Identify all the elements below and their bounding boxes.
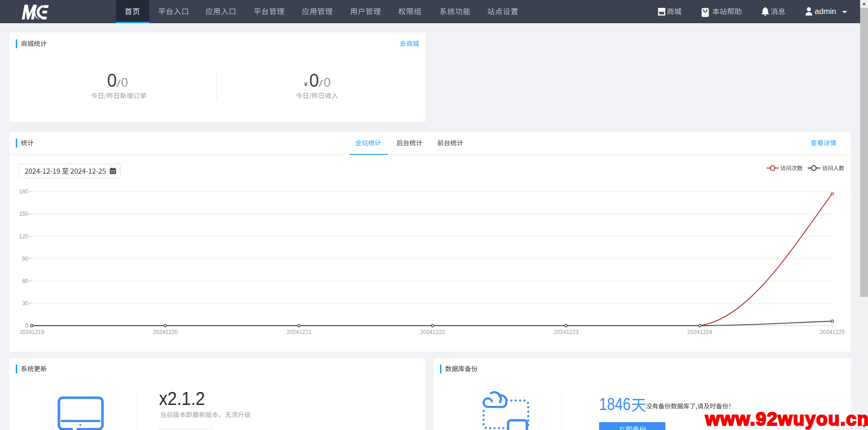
svg-text:1846: 1846: [599, 395, 631, 414]
svg-text:x2.1.2: x2.1.2: [159, 387, 205, 409]
svg-text:20241222: 20241222: [420, 329, 445, 335]
svg-text:20241224: 20241224: [687, 329, 712, 335]
svg-text:20241223: 20241223: [554, 329, 579, 335]
svg-text:150: 150: [19, 211, 28, 217]
svg-text:0: 0: [107, 70, 117, 91]
svg-text:20241220: 20241220: [153, 329, 178, 335]
svg-text:20241225: 20241225: [820, 329, 845, 335]
svg-text:120: 120: [19, 233, 28, 240]
svg-text:0: 0: [324, 76, 331, 90]
svg-text:60: 60: [22, 278, 29, 284]
svg-text:www.92wuyou.cn: www.92wuyou.cn: [705, 409, 868, 429]
svg-text:0: 0: [309, 70, 319, 91]
svg-text:0: 0: [25, 322, 28, 329]
svg-text:90: 90: [22, 256, 29, 262]
svg-text:¥: ¥: [304, 81, 308, 88]
svg-text:/: /: [319, 78, 323, 89]
svg-text:/: /: [116, 78, 121, 89]
svg-text:20241219: 20241219: [19, 329, 45, 335]
svg-text:0: 0: [121, 76, 128, 90]
svg-text:20241221: 20241221: [287, 329, 312, 335]
svg-text:30: 30: [22, 300, 29, 307]
svg-text:180: 180: [19, 188, 28, 195]
